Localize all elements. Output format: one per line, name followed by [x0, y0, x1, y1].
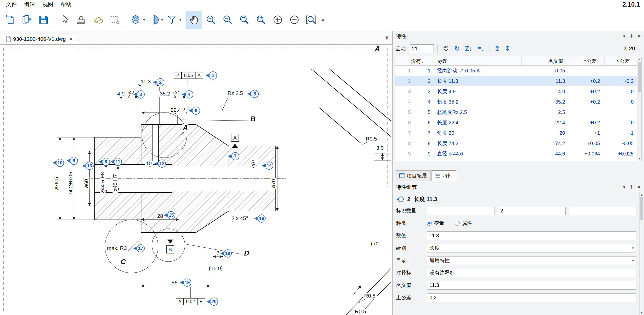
table-row[interactable]: 5 5 粗糙度Rz 2.5 2.5 — [395, 107, 637, 117]
radio-attribute[interactable]: 属性 — [455, 220, 472, 227]
menu-edit[interactable]: 编辑 — [21, 0, 38, 8]
table-scrollbar[interactable]: ▲ ▼ — [637, 57, 641, 161]
scroll-up-icon[interactable]: ▲ — [637, 57, 641, 62]
properties-panel: 特性 ▾ × 启动: — [393, 31, 644, 182]
table-row[interactable]: 8 8 长度 74.2 74.2 +0.05 -0.05 — [395, 138, 637, 149]
menu-view[interactable]: 视图 — [39, 0, 57, 8]
column-header-no[interactable]: 没有。 — [395, 57, 435, 65]
tab-overflow-icon[interactable]: ▾ — [385, 36, 389, 40]
pan-mini-icon[interactable] — [441, 44, 451, 53]
radio-attribute-button[interactable] — [455, 221, 460, 226]
sort-list-icon[interactable]: ≡↓ — [476, 45, 486, 53]
move-up-icon[interactable]: ↥ — [493, 45, 501, 53]
tab-close-icon[interactable]: × — [69, 36, 73, 42]
start-input[interactable] — [410, 44, 434, 53]
table-row[interactable]: 7 7 角度 20 20 +1 -1 — [395, 128, 637, 138]
panel-close-icon[interactable]: × — [637, 33, 641, 40]
table-row[interactable]: 4 4 长度 35.2 35.2 +0.2 0 — [395, 97, 637, 107]
balloon-5[interactable]: 5 — [247, 90, 259, 98]
balloon-17[interactable]: 17 — [133, 245, 144, 252]
decrease-button[interactable] — [286, 11, 303, 29]
panel-menu-icon[interactable]: ▾ — [623, 185, 626, 190]
svg-text:+0.2: +0.2 — [173, 91, 180, 95]
balloon-8[interactable]: 8 — [67, 157, 78, 165]
zoom-out-button[interactable] — [220, 11, 236, 29]
filter-dropdown-icon[interactable]: ▾ — [179, 17, 181, 22]
column-header-lower[interactable]: 下公差 — [604, 57, 637, 65]
pan-tool-button[interactable] — [186, 11, 202, 29]
table-row[interactable]: 6 6 长度 22.4 22.4 +0.2 0 — [395, 117, 637, 128]
id-quantity-input-3[interactable] — [569, 207, 636, 215]
catalog-select[interactable]: 通用特性 ▾ — [427, 256, 636, 265]
nominal-input[interactable] — [427, 281, 636, 290]
toolbar-collapse-icon[interactable]: ◂ — [320, 17, 325, 23]
tag-tool-button[interactable] — [90, 11, 106, 29]
table-row[interactable]: 9 9 直径 ⌀ 44.6 44.6 +0.064 +0.025 — [395, 149, 637, 159]
scrollbar-thumb[interactable] — [640, 197, 643, 220]
marquee-tool-button[interactable] — [106, 11, 123, 29]
drawing-canvas[interactable]: ↗0.05A11.34.9+0.2-035.2+0.2-0Rz 2.522.4+… — [0, 45, 392, 315]
scrollbar-thumb[interactable] — [638, 62, 641, 92]
document-tab[interactable]: 930-1200-406-V1.dwg × — [2, 33, 77, 44]
increase-button[interactable] — [270, 11, 286, 29]
balloon-19[interactable]: 19 — [180, 279, 191, 286]
sort-z-icon[interactable]: Z↓ — [464, 45, 474, 53]
select-tool-button[interactable] — [56, 11, 73, 29]
column-header-title[interactable]: 标题 — [435, 57, 521, 65]
layers-tool-button[interactable] — [127, 11, 144, 29]
column-header-nominal[interactable]: 名义值 — [521, 57, 571, 65]
zoom-in-button[interactable] — [203, 11, 219, 29]
save-button[interactable] — [35, 11, 52, 29]
upper-tolerance-input[interactable] — [427, 293, 636, 302]
menu-help[interactable]: 帮助 — [57, 0, 75, 8]
svg-text:22.4: 22.4 — [171, 107, 181, 113]
project-extension-icon — [399, 173, 405, 179]
mirror-dropdown-icon[interactable]: ▾ — [161, 17, 163, 22]
details-scrollbar[interactable]: ▲ ▼ — [639, 192, 644, 315]
refresh-icon[interactable]: ↻ — [453, 45, 461, 53]
table-row[interactable]: 1 1 径向跳动 ↗ 0.05 A 0.05 — [395, 66, 637, 76]
tab-characteristics[interactable]: 特性 — [432, 170, 456, 181]
stamp-tool-button[interactable] — [73, 11, 89, 29]
id-quantity-input-2[interactable] — [498, 207, 566, 215]
svg-text:-0: -0 — [173, 95, 176, 99]
balloon-20[interactable]: 20 — [207, 298, 218, 305]
pin-icon[interactable] — [629, 185, 633, 189]
menu-file[interactable]: 文件 — [3, 0, 20, 8]
pin-icon[interactable] — [629, 34, 633, 38]
mirror-tool-button[interactable] — [146, 11, 162, 29]
svg-text:0.02: 0.02 — [186, 299, 195, 304]
panel-close-icon[interactable]: × — [637, 184, 641, 190]
note-input[interactable] — [427, 269, 636, 277]
radio-variable-button[interactable] — [427, 221, 432, 226]
panel-menu-icon[interactable]: ▾ — [623, 34, 626, 39]
balloon-16[interactable]: 16 — [254, 215, 265, 222]
move-down-icon[interactable]: ↧ — [504, 45, 512, 53]
open-document-button[interactable] — [19, 11, 35, 29]
svg-text:14: 14 — [267, 163, 272, 168]
zoom-window-button[interactable] — [303, 11, 319, 29]
document-icon — [6, 36, 11, 42]
radio-variable[interactable]: 变量 — [427, 220, 444, 227]
svg-text:↗: ↗ — [176, 73, 180, 78]
value-input[interactable] — [427, 231, 636, 240]
id-quantity-input-1[interactable] — [427, 207, 495, 215]
tab-project-extension[interactable]: 项目拓展 — [396, 170, 431, 181]
layers-dropdown-icon[interactable]: ▾ — [143, 17, 145, 22]
balloon-1[interactable]: 1 — [206, 72, 217, 79]
table-row[interactable]: 3 3 长度 4.9 4.9 +0.2 0 — [395, 86, 637, 97]
column-header-upper[interactable]: 上公差 — [571, 57, 604, 65]
table-row-selected[interactable]: 2 2 长度 11.3 11.3 +0.2 -0.2 — [395, 76, 637, 86]
characteristics-table: 没有。 标题 名义值 上公差 下公差 1 1 径向跳动 ↗ 0.05 A 0.0… — [395, 57, 642, 161]
field-catalog: 目录: 通用特性 ▾ — [393, 254, 639, 267]
scroll-down-icon[interactable]: ▼ — [637, 156, 641, 161]
filter-tool-button[interactable] — [164, 11, 180, 29]
zoom-selection-button[interactable] — [253, 11, 269, 29]
balloon-10[interactable]: 10 — [53, 159, 64, 167]
scroll-down-icon[interactable]: ▼ — [640, 310, 644, 315]
class-select[interactable]: 长度 ▾ — [427, 244, 636, 252]
new-document-button[interactable] — [2, 11, 18, 29]
zoom-fit-button[interactable] — [236, 11, 252, 29]
balloon-13[interactable]: 13 — [82, 162, 93, 170]
scroll-up-icon[interactable]: ▲ — [640, 192, 644, 197]
